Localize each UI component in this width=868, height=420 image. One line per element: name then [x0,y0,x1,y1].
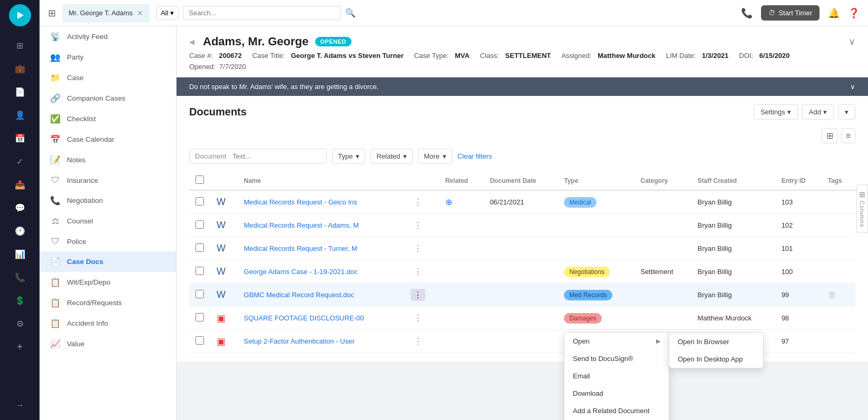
row-checkbox[interactable] [196,220,204,229]
doc-name[interactable]: Setup 2-Factor Authentication - User [244,337,355,345]
sidebar-item-police[interactable]: 🛡 Police [40,231,176,251]
add-button[interactable]: Add ▾ [802,104,834,120]
row-menu-button[interactable]: ⋮ [411,196,425,208]
add-split-button[interactable]: ▾ [838,104,855,120]
sidebar-item-value[interactable]: 📈 Value [40,334,176,354]
doc-entry-id: 102 [775,214,822,237]
file-icon-docx: W [217,220,226,230]
nav-check-icon[interactable]: ✓ [9,151,31,172]
context-menu-open-item[interactable]: Open ▶ Open In Browser Open In Desktop A… [564,333,669,350]
settings-button[interactable]: Settings ▾ [754,104,798,120]
file-icon-docx: W [217,266,226,277]
case-tab[interactable]: Mr. George T. Adams ✕ [62,4,150,23]
nav-chart-icon[interactable]: 📊 [9,243,31,265]
notification-icon[interactable]: 🔔 [828,7,840,19]
nav-briefcase-icon[interactable]: 💼 [9,58,31,79]
sidebar-item-case[interactable]: 📁 Case [40,67,176,88]
row-checkbox[interactable] [196,336,204,345]
row-checkbox[interactable] [196,290,204,298]
nav-logout-icon[interactable]: → [9,395,31,416]
doc-name[interactable]: Medical Records Request - Geico Ins [244,198,357,206]
row-menu-button[interactable]: ⋮ [411,242,425,255]
sidebar-item-checklist[interactable]: ✅ Checklist [40,109,176,129]
apps-grid-icon[interactable]: ⊞ [48,7,56,19]
nav-phone-icon[interactable]: 📞 [9,267,31,288]
nav-document-icon[interactable]: 📄 [9,81,31,102]
list-view-button[interactable]: ≡ [841,128,855,143]
help-icon[interactable]: ❓ [848,7,860,19]
email-item[interactable]: Email [564,367,669,385]
doc-name[interactable]: SQUARE FOOTAGE DISCLOSURE-00 [244,314,364,322]
related-add-icon[interactable]: ⊕ [445,198,452,207]
sidebar-item-wit-exp-depo[interactable]: 📋 Wit/Exp/Depo [40,272,176,292]
sidebar-item-record-requests[interactable]: 📋 Record/Requests [40,292,176,313]
row-checkbox[interactable] [196,197,204,206]
sidebar-label-insurance: Insurance [67,177,98,184]
sidebar-item-party[interactable]: 👥 Party [40,47,176,67]
send-docusign-item[interactable]: Send to DocuSign® [564,350,669,367]
nav-grid-icon[interactable]: ⊞ [9,35,31,56]
download-item[interactable]: Download [564,385,669,402]
sidebar-item-notes[interactable]: 📝 Notes [40,150,176,170]
search-filter-select[interactable]: All ▾ [156,6,179,20]
related-filter-select[interactable]: Related ▾ [370,149,413,164]
delete-icon[interactable]: 🗑 [828,290,836,299]
clear-filters-button[interactable]: Clear filters [457,152,492,160]
open-browser-item[interactable]: Open In Browser [669,333,763,350]
type-filter-select[interactable]: Type ▾ [332,149,365,164]
sidebar-item-case-docs[interactable]: 📄 Case Docs [40,251,176,272]
class-value: SETTLEMENT [505,52,551,60]
nav-inbox-icon[interactable]: 📥 [9,174,31,195]
row-checkbox[interactable] [196,313,204,321]
more-filter-select[interactable]: More ▾ [418,149,452,164]
doc-name[interactable]: Medical Records Request - Turner, M [244,245,357,252]
row-menu-button[interactable]: ⋮ [411,266,425,278]
row-checkbox[interactable] [196,267,204,275]
doc-staff: Bryan Billig [691,284,775,307]
nav-calendar-icon[interactable]: 📅 [9,128,31,149]
sidebar-item-negotiation[interactable]: 📞 Negotiation [40,190,176,211]
sidebar-item-counsel[interactable]: ⚖ Counsel [40,211,176,231]
row-menu-button[interactable]: ⋮ [411,335,425,347]
row-menu-button[interactable]: ⋮ [411,219,425,231]
open-label: Open [573,337,590,345]
alert-collapse-icon[interactable]: ∨ [850,83,855,91]
sidebar-label-party: Party [67,53,84,61]
add-related-item[interactable]: Add a Related Document [564,402,669,419]
open-desktop-item[interactable]: Open In Desktop App [669,350,763,368]
start-timer-label: Start Timer [778,9,812,17]
sidebar-item-activity-feed[interactable]: 📡 Activity Feed [40,26,176,47]
search-input[interactable] [183,6,341,20]
columns-panel[interactable]: ⊞ Columns [856,184,868,233]
start-timer-button[interactable]: ⏱ Start Timer [761,5,820,21]
sidebar-item-accident-info[interactable]: 📋 Accident Info [40,313,176,334]
app-logo[interactable] [9,4,31,26]
open-menu-item[interactable]: Open ▶ [564,333,669,350]
sidebar-collapse-icon[interactable]: ◀ [189,38,194,46]
case-number: 200672 [219,52,241,60]
doc-name[interactable]: GBMC Medical Record Request.doc [244,291,355,299]
search-button[interactable]: 🔍 [345,8,356,18]
nav-settings-icon[interactable]: ⚙ [9,313,31,334]
case-header-collapse-icon[interactable]: ∨ [849,36,855,47]
sidebar-item-case-calendar[interactable]: 📅 Case Calendar [40,129,176,150]
grid-view-button[interactable]: ⊞ [822,128,838,143]
sidebar-item-companion-cases[interactable]: 🔗 Companion Cases [40,88,176,109]
doc-name[interactable]: Medical Records Request - Adams, M [244,221,359,229]
row-menu-button[interactable]: ⋮ [411,289,425,301]
sidebar-item-insurance[interactable]: 🛡 Insurance [40,170,176,190]
tab-close-icon[interactable]: ✕ [137,9,143,17]
nav-chat-icon[interactable]: 💬 [9,197,31,218]
document-filter-input[interactable] [232,152,321,160]
doc-name[interactable]: George Adams Case - 1-19-2021.doc [244,268,358,276]
nav-clock-icon[interactable]: 🕐 [9,220,31,241]
phone-icon[interactable]: 📞 [741,7,753,19]
row-checkbox[interactable] [196,243,204,252]
nav-dollar-icon[interactable]: 💲 [9,290,31,311]
doi: 6/15/2020 [759,52,790,60]
row-menu-button[interactable]: ⋮ [411,312,425,324]
case-calendar-icon: 📅 [50,134,61,144]
nav-contact-icon[interactable]: 👤 [9,104,31,125]
select-all-checkbox[interactable] [196,175,204,184]
nav-add-icon[interactable]: + [9,336,31,357]
